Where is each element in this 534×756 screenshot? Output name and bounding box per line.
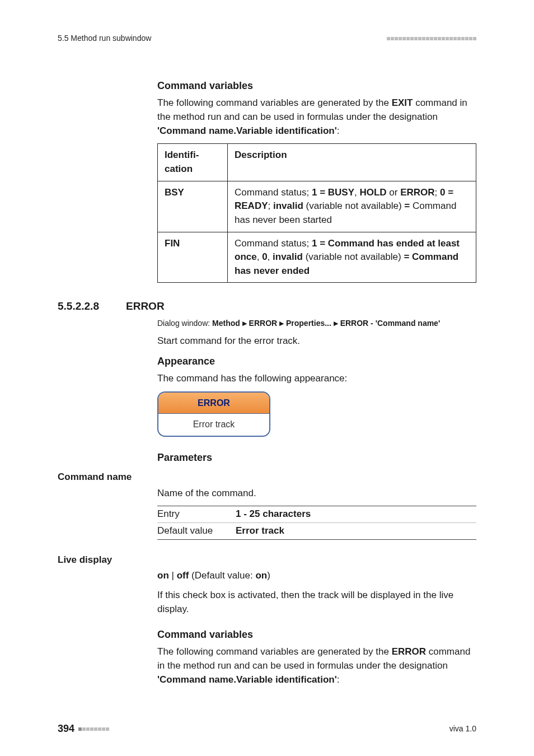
triangle-icon: ▶ bbox=[334, 320, 338, 326]
subsection-number: 5.5.2.2.8 bbox=[58, 298, 126, 314]
command-variables-heading-2: Command variables bbox=[157, 627, 476, 642]
fin-description: Command status; 1 = Command has ended at… bbox=[228, 232, 476, 283]
page-number: 394 bbox=[58, 721, 74, 736]
running-header: 5.5 Method run subwindow bbox=[58, 32, 476, 44]
param-command-name-label: Command name bbox=[58, 470, 476, 484]
subsection-header: 5.5.2.2.8 ERROR bbox=[58, 298, 476, 314]
appearance-text: The command has the following appearance… bbox=[157, 372, 476, 386]
col-description: Description bbox=[228, 144, 476, 181]
col-identification: Identifi-cation bbox=[158, 144, 228, 181]
command-variables-heading-1: Command variables bbox=[157, 78, 476, 93]
table-row: FIN Command status; 1 = Command has ende… bbox=[158, 232, 476, 283]
triangle-icon: ▶ bbox=[242, 320, 247, 326]
page-footer: 394 viva 1.0 bbox=[58, 721, 476, 736]
running-header-left: 5.5 Method run subwindow bbox=[58, 32, 151, 44]
appearance-heading: Appearance bbox=[157, 354, 476, 368]
spec-row: Default value Error track bbox=[157, 523, 476, 540]
error-command-widget: ERROR Error track bbox=[157, 391, 270, 437]
param-command-name-spec: Entry 1 - 25 characters Default value Er… bbox=[157, 506, 476, 539]
triangle-icon: ▶ bbox=[279, 320, 284, 326]
subsection-title: ERROR bbox=[126, 298, 165, 314]
param-live-display-value: on | off (Default value: on) bbox=[157, 569, 476, 583]
spec-row: Entry 1 - 25 characters bbox=[157, 506, 476, 523]
variable-table-1: Identifi-cation Description BSY Command … bbox=[157, 143, 476, 283]
error-intro-line: Start command for the error track. bbox=[157, 334, 476, 348]
command-variables-intro-2: The following command variables are gene… bbox=[157, 645, 476, 687]
bsy-description: Command status; 1 = BUSY, HOLD or ERROR;… bbox=[228, 181, 476, 232]
footer-right: viva 1.0 bbox=[449, 723, 476, 734]
param-live-display-label: Live display bbox=[58, 553, 476, 567]
error-widget-body: Error track bbox=[158, 414, 269, 436]
header-dash-decoration bbox=[386, 32, 476, 44]
dialog-breadcrumb: Dialog window: Method ▶ ERROR ▶ Properti… bbox=[157, 318, 476, 329]
param-live-display-desc: If this check box is activated, then the… bbox=[157, 589, 476, 616]
error-widget-header: ERROR bbox=[158, 393, 269, 414]
command-variables-intro-1: The following command variables are gene… bbox=[157, 96, 476, 138]
footer-dash-decoration bbox=[78, 723, 109, 734]
table-header-row: Identifi-cation Description bbox=[158, 144, 476, 181]
table-row: BSY Command status; 1 = BUSY, HOLD or ER… bbox=[158, 181, 476, 232]
param-command-name-desc: Name of the command. bbox=[157, 487, 476, 501]
parameters-heading: Parameters bbox=[157, 450, 476, 465]
